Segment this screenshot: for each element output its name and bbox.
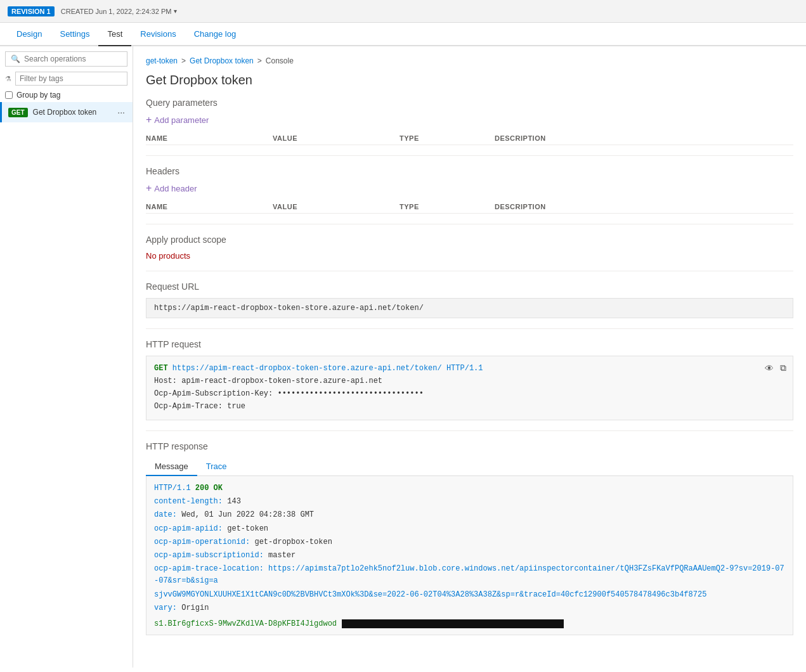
http-box-icons: 👁 ⧉	[764, 361, 788, 375]
divider-3	[146, 271, 793, 271]
resp-line-vary: vary: Origin	[154, 602, 785, 614]
breadcrumb-console: Console	[266, 56, 294, 65]
method-badge-get: GET	[8, 108, 28, 117]
breadcrumb-get-dropbox-token[interactable]: Get Dropbox token	[190, 56, 254, 65]
http-request-title: HTTP request	[146, 339, 793, 349]
resp-line-status: HTTP/1.1 200 OK	[154, 482, 785, 494]
request-url-title: Request URL	[146, 281, 793, 292]
add-parameter-button[interactable]: + Add parameter	[146, 114, 209, 126]
tab-trace[interactable]: Trace	[197, 458, 236, 476]
col-type-qp: TYPE	[400, 134, 495, 142]
divider-2	[146, 224, 793, 224]
http-request-section: HTTP request GET https://apim-react-drop…	[146, 339, 793, 420]
filter-row: ⚗	[0, 69, 133, 88]
top-bar: REVISION 1 CREATED Jun 1, 2022, 2:24:32 …	[0, 0, 806, 23]
col-name-h: NAME	[146, 203, 273, 210]
resp-line-apiid: ocp-apim-apiid: get-token	[154, 523, 785, 535]
col-value-h: VALUE	[273, 203, 400, 210]
http-request-line-4: Ocp-Apim-Trace: true	[154, 401, 785, 412]
nav-tabs: Design Settings Test Revisions Change lo…	[0, 23, 806, 46]
no-products-text: No products	[146, 251, 793, 261]
search-icon: 🔍	[11, 55, 20, 63]
divider-5	[146, 430, 793, 431]
product-scope-section: Apply product scope No products	[146, 235, 793, 261]
layout: 🔍 ⚗ Group by tag GET Get Dropbox token ·…	[0, 46, 806, 668]
request-url-box: https://apim-react-dropbox-token-store.a…	[146, 298, 793, 318]
http-request-line-2: Host: apim-react-dropbox-token-store.azu…	[154, 375, 785, 387]
http-response-title: HTTP response	[146, 441, 793, 451]
filter-by-tags-input[interactable]	[15, 72, 127, 86]
resp-line-trace-continuation: sjvvGW9MGYONLXUUHXE1X1tCAN9c0D%2BVBHVCt3…	[154, 589, 785, 601]
resp-line-date: date: Wed, 01 Jun 2022 04:28:38 GMT	[154, 509, 785, 521]
sidebar-operations-list: GET Get Dropbox token ···	[0, 102, 133, 668]
tab-revisions[interactable]: Revisions	[131, 23, 185, 46]
main-content: get-token > Get Dropbox token > Console …	[133, 46, 806, 668]
tab-design[interactable]: Design	[8, 23, 51, 46]
plus-icon: +	[146, 114, 152, 126]
http-response-section: HTTP response Message Trace HTTP/1.1 200…	[146, 441, 793, 635]
response-box: HTTP/1.1 200 OK content-length: 143 date…	[146, 476, 793, 635]
plus-icon-header: +	[146, 183, 152, 194]
page-title: Get Dropbox token	[146, 73, 793, 87]
breadcrumb: get-token > Get Dropbox token > Console	[146, 56, 793, 65]
response-tabs: Message Trace	[146, 458, 793, 476]
http-request-line-3: Ocp-Apim-Subscription-Key: •••••••••••••…	[154, 388, 785, 399]
sidebar: 🔍 ⚗ Group by tag GET Get Dropbox token ·…	[0, 46, 133, 668]
search-input[interactable]	[24, 55, 122, 63]
request-url-section: Request URL https://apim-react-dropbox-t…	[146, 281, 793, 318]
resp-line-subscriptionid: ocp-apim-subscriptionid: master	[154, 550, 785, 562]
col-name-qp: NAME	[146, 134, 273, 142]
tab-settings[interactable]: Settings	[51, 23, 98, 46]
sidebar-search-container: 🔍	[0, 46, 133, 69]
breadcrumb-get-token[interactable]: get-token	[146, 56, 178, 65]
tab-changelog[interactable]: Change log	[185, 23, 245, 46]
resp-line-content-length: content-length: 143	[154, 496, 785, 508]
divider-4	[146, 328, 793, 329]
col-value-qp: VALUE	[273, 134, 400, 142]
operation-name: Get Dropbox token	[33, 108, 112, 117]
col-desc-qp: DESCRIPTION	[495, 134, 793, 142]
resp-line-trace-location: ocp-apim-trace-location: https://apimsta…	[154, 563, 785, 587]
tab-test[interactable]: Test	[98, 23, 131, 46]
headers-title: Headers	[146, 166, 793, 176]
headers-table-header: NAME VALUE TYPE DESCRIPTION	[146, 200, 793, 214]
query-params-table-header: NAME VALUE TYPE DESCRIPTION	[146, 132, 793, 145]
group-by-tag-checkbox[interactable]	[5, 91, 13, 99]
revision-badge: REVISION 1	[8, 6, 55, 16]
query-parameters-title: Query parameters	[146, 98, 793, 108]
group-by-tag-row: Group by tag	[0, 88, 133, 102]
product-scope-title: Apply product scope	[146, 235, 793, 245]
query-parameters-section: Query parameters + Add parameter NAME VA…	[146, 98, 793, 145]
created-text: CREATED Jun 1, 2022, 2:24:32 PM ▾	[61, 8, 178, 15]
filter-icon: ⚗	[5, 75, 11, 83]
token-line: s1.BIr6gficxS-9MwvZKdlVA-D8pKFBI4Jigdwod	[154, 619, 785, 628]
tab-message[interactable]: Message	[146, 458, 197, 476]
token-text: s1.BIr6gficxS-9MwvZKdlVA-D8pKFBI4Jigdwod	[154, 619, 337, 628]
http-request-line-1: GET https://apim-react-dropbox-token-sto…	[154, 363, 785, 374]
operation-ellipsis-button[interactable]: ···	[116, 107, 126, 117]
divider-1	[146, 155, 793, 156]
headers-section: Headers + Add header NAME VALUE TYPE DES…	[146, 166, 793, 214]
copy-icon-button[interactable]: ⧉	[779, 361, 788, 375]
chevron-down-icon[interactable]: ▾	[174, 8, 177, 15]
group-by-tag-label: Group by tag	[16, 91, 60, 100]
col-type-h: TYPE	[400, 203, 495, 210]
list-item[interactable]: GET Get Dropbox token ···	[0, 102, 133, 122]
add-header-button[interactable]: + Add header	[146, 183, 197, 194]
col-desc-h: DESCRIPTION	[495, 203, 793, 210]
eye-icon-button[interactable]: 👁	[764, 361, 775, 375]
search-box: 🔍	[5, 51, 127, 67]
http-request-box: GET https://apim-react-dropbox-token-sto…	[146, 356, 793, 420]
token-redacted-bar	[342, 619, 564, 628]
resp-line-operationid: ocp-apim-operationid: get-dropbox-token	[154, 536, 785, 548]
